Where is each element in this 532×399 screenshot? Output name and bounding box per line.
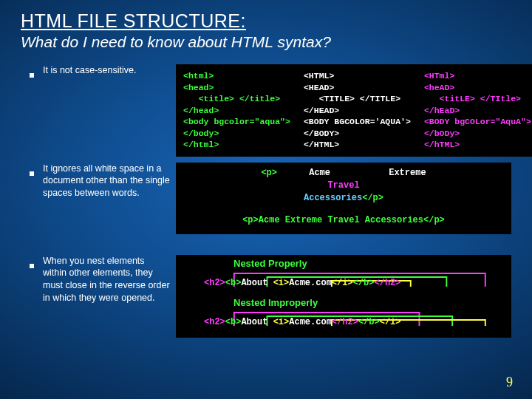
- bullet-text-1: It is not case-sensitive.: [43, 64, 176, 77]
- bullet-icon: [21, 163, 43, 179]
- code-example-whitespace: <p> Acme Extreme Travel Accessories</p> …: [176, 163, 511, 235]
- row-whitespace: It ignores all white space in a document…: [21, 163, 511, 248]
- bullet-icon: [21, 64, 43, 81]
- nesting-proper-diagram: <h2><b>About <i>Acme.com</i></b></h2>: [204, 270, 505, 293]
- slide: HTML FILE STRUCTURE: What do I need to k…: [0, 0, 532, 358]
- slide-title: HTML FILE STRUCTURE:: [21, 10, 511, 32]
- nesting-improper-diagram: <h2><b>About <i>Acme.com</h2></b></i>: [204, 310, 505, 332]
- row-case-insensitive: It is not case-sensitive. <html> <head> …: [21, 64, 511, 157]
- bullet-text-2: It ignores all white space in a document…: [43, 163, 176, 200]
- page-number: 9: [506, 375, 513, 390]
- label-nested-properly: Nested Properly: [233, 258, 505, 269]
- code-example-case: <html> <head> <title> </title> </head> <…: [176, 64, 532, 157]
- bullet-text-3: When you nest elements within other elem…: [43, 255, 176, 305]
- code-example-nesting: Nested Properly <h2><b>About <i>Acme.com…: [176, 255, 511, 338]
- row-nesting: When you nest elements within other elem…: [21, 255, 511, 358]
- label-nested-improperly: Nested Improperly: [233, 297, 505, 308]
- bullet-icon: [21, 255, 43, 271]
- slide-content: It is not case-sensitive. <html> <head> …: [21, 64, 511, 358]
- slide-subtitle: What do I need to know about HTML syntax…: [21, 33, 511, 51]
